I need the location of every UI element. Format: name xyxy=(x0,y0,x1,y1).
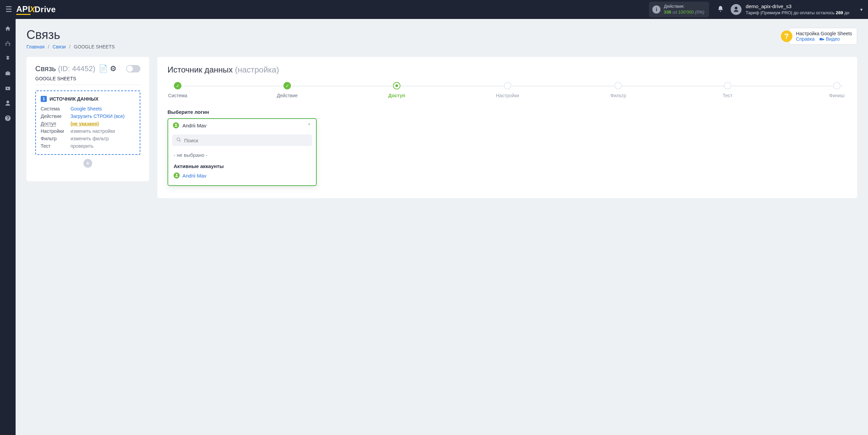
conn-id: (ID: 44452) xyxy=(58,64,95,73)
step-test[interactable]: Тест xyxy=(717,82,738,98)
days-left: 269 xyxy=(836,10,843,15)
source-badge: 1 xyxy=(41,96,47,102)
conn-title: Связь xyxy=(35,64,56,73)
help-icon[interactable] xyxy=(4,115,12,122)
actions-pct: (0%) xyxy=(695,9,704,15)
login-selected-name: Andrii Mav xyxy=(182,123,304,128)
actions-max: 100'000 xyxy=(678,9,694,15)
step-access[interactable]: Доступ xyxy=(387,82,407,98)
row-filter-v[interactable]: изменить фильтр xyxy=(71,136,135,141)
step-action[interactable]: ✓Действие xyxy=(277,82,298,98)
row-test-k: Тест xyxy=(41,143,71,149)
actions-of: из xyxy=(672,9,677,15)
source-heading: ИСТОЧНИК ДАННЫХ xyxy=(50,96,99,102)
stepper: ✓Система ✓Действие Доступ Настройки Филь… xyxy=(167,82,847,98)
row-access-v[interactable]: (не указано) xyxy=(71,121,135,126)
login-dropdown[interactable]: Andrii Mav ⌃ - не выбрано - Активные акк… xyxy=(167,118,317,186)
login-search-input[interactable] xyxy=(184,138,308,143)
rc-title: Источник данных xyxy=(167,65,233,74)
help-badge-icon[interactable]: ? xyxy=(781,30,792,42)
row-system-v[interactable]: Google Sheets xyxy=(71,106,135,111)
breadcrumb: Главная / Связи / GOOGLE SHEETS xyxy=(26,44,115,49)
login-account-name: Andrii Mav xyxy=(182,173,206,179)
bell-icon[interactable] xyxy=(717,5,724,14)
gear-icon[interactable]: ⚙ xyxy=(110,64,117,73)
row-filter-k: Фильтр xyxy=(41,136,71,141)
step-finish[interactable]: Финиш xyxy=(827,82,847,98)
row-access-k: Доступ xyxy=(41,121,71,126)
login-group-label: Активные аккаунты xyxy=(172,161,312,170)
row-action-v[interactable]: Загрузить СТРОКИ (все) xyxy=(71,113,135,119)
add-destination-button[interactable]: + xyxy=(83,159,92,168)
page-title: Связь xyxy=(26,28,115,42)
billing-icon[interactable] xyxy=(4,55,12,62)
topbar: ☰ APIXDrive i Действия: 336 из 100'000 (… xyxy=(0,0,868,19)
step-settings[interactable]: Настройки xyxy=(496,82,519,98)
briefcase-icon[interactable] xyxy=(4,70,12,77)
video-icon[interactable] xyxy=(4,85,12,92)
row-test-v[interactable]: проверить xyxy=(71,143,135,149)
chevron-down-icon: ▾ xyxy=(860,7,863,12)
main: Связь Главная / Связи / GOOGLE SHEETS ? … xyxy=(16,19,868,207)
row-settings-v[interactable]: изменить настройки xyxy=(71,128,135,134)
help-video-link[interactable]: Видео xyxy=(826,36,840,42)
copy-icon[interactable]: 📄 xyxy=(99,64,108,73)
crumb-home[interactable]: Главная xyxy=(26,44,44,49)
connection-card: Связь (ID: 44452) 📄 ⚙ GOOGLE SHEETS 1 ИС… xyxy=(26,57,149,181)
account-icon[interactable] xyxy=(4,100,12,107)
info-icon: i xyxy=(652,5,660,14)
login-option-account[interactable]: Andrii Mav xyxy=(172,170,312,181)
hamburger-icon[interactable]: ☰ xyxy=(5,5,12,14)
login-selected[interactable]: Andrii Mav ⌃ xyxy=(168,119,316,132)
source-config-card: Источник данных (настройка) ✓Система ✓Де… xyxy=(157,57,857,198)
step-system[interactable]: ✓Система xyxy=(167,82,188,98)
connections-icon[interactable] xyxy=(4,40,12,47)
actions-counter[interactable]: i Действия: 336 из 100'000 (0%) xyxy=(649,2,709,17)
rc-title-sub: (настройка) xyxy=(235,65,279,74)
actions-label: Действия: xyxy=(664,4,704,9)
logo[interactable]: APIXDrive xyxy=(16,4,56,15)
actions-used: 336 xyxy=(664,9,671,15)
user-name: demo_apix-drive_s3 xyxy=(746,3,849,10)
row-settings-k: Настройки xyxy=(41,128,71,134)
help-widget: ? Настройка Google Sheets Справка ■▸Виде… xyxy=(781,28,857,45)
login-search[interactable] xyxy=(172,134,312,146)
days-unit: дн xyxy=(844,10,849,15)
source-box: 1 ИСТОЧНИК ДАННЫХ Система Google Sheets … xyxy=(35,90,140,155)
row-system-k: Система xyxy=(41,106,71,111)
sidebar xyxy=(0,19,16,207)
home-icon[interactable] xyxy=(4,25,12,33)
help-doc-link[interactable]: Справка xyxy=(796,36,815,42)
logo-text-post: Drive xyxy=(35,5,56,14)
crumb-links[interactable]: Связи xyxy=(53,44,66,49)
video-cam-icon: ■▸ xyxy=(819,36,824,42)
tariff-name: Премиум PRO xyxy=(762,10,791,15)
user-icon xyxy=(174,172,180,179)
login-field-label: Выберите логин xyxy=(167,109,847,115)
avatar-icon xyxy=(731,4,742,15)
help-title: Настройка Google Sheets xyxy=(796,31,852,36)
login-option-none[interactable]: - не выбрано - xyxy=(172,149,312,161)
enable-toggle[interactable] xyxy=(126,65,140,72)
conn-subtitle: GOOGLE SHEETS xyxy=(35,76,140,85)
logo-text-pre: API xyxy=(16,4,31,14)
search-icon xyxy=(176,137,181,143)
tariff-suffix: | до оплаты осталось xyxy=(791,10,834,15)
row-action-k: Действие xyxy=(41,113,71,119)
user-menu[interactable]: demo_apix-drive_s3 Тариф |Премиум PRO| д… xyxy=(731,3,863,16)
tariff-prefix: Тариф | xyxy=(746,10,762,15)
user-icon xyxy=(173,122,179,128)
step-filter[interactable]: Фильтр xyxy=(608,82,628,98)
crumb-current: GOOGLE SHEETS xyxy=(74,44,115,49)
chevron-up-icon: ⌃ xyxy=(307,123,311,128)
